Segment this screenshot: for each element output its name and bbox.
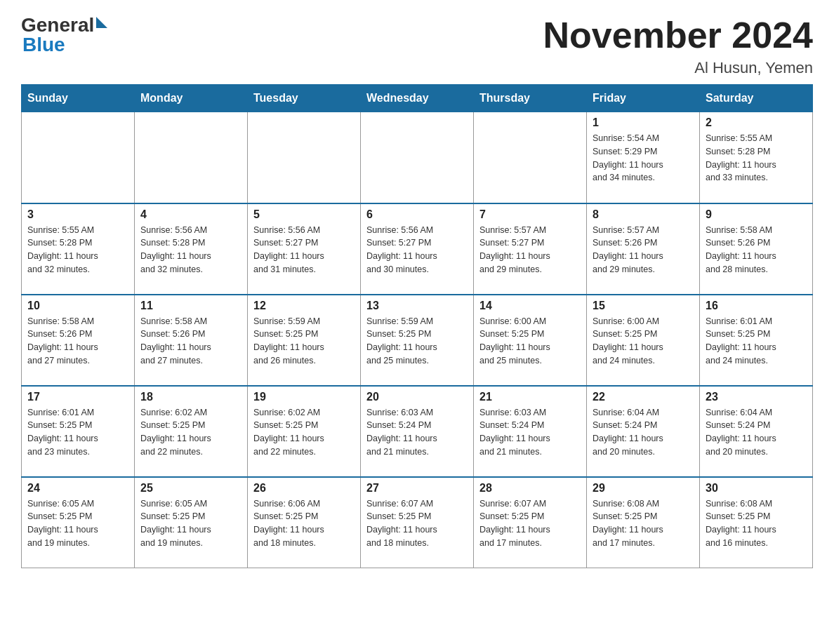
- logo: General Blue: [21, 14, 107, 56]
- day-info: Sunrise: 5:56 AMSunset: 5:28 PMDaylight:…: [140, 224, 241, 276]
- weekday-header-thursday: Thursday: [474, 85, 587, 112]
- calendar-day-cell: 4Sunrise: 5:56 AMSunset: 5:28 PMDaylight…: [135, 203, 248, 295]
- day-number: 25: [140, 482, 241, 495]
- day-info: Sunrise: 5:59 AMSunset: 5:25 PMDaylight:…: [366, 315, 468, 368]
- day-info: Sunrise: 6:05 AMSunset: 5:25 PMDaylight:…: [140, 497, 241, 550]
- day-info: Sunrise: 6:01 AMSunset: 5:25 PMDaylight:…: [706, 315, 807, 368]
- day-info: Sunrise: 6:01 AMSunset: 5:25 PMDaylight:…: [27, 406, 128, 459]
- calendar-day-cell: 23Sunrise: 6:04 AMSunset: 5:24 PMDayligh…: [700, 386, 813, 477]
- calendar-subtitle: Al Husun, Yemen: [543, 59, 813, 77]
- day-number: 15: [593, 300, 694, 312]
- calendar-day-cell: 7Sunrise: 5:57 AMSunset: 5:27 PMDaylight…: [474, 203, 587, 295]
- calendar-day-cell: 14Sunrise: 6:00 AMSunset: 5:25 PMDayligh…: [474, 295, 587, 386]
- day-number: 18: [140, 391, 241, 403]
- day-number: 8: [593, 208, 694, 221]
- day-number: 13: [366, 300, 468, 312]
- calendar-week-row: 24Sunrise: 6:05 AMSunset: 5:25 PMDayligh…: [22, 477, 813, 568]
- day-number: 11: [140, 300, 241, 312]
- calendar-day-cell: 2Sunrise: 5:55 AMSunset: 5:28 PMDaylight…: [700, 112, 813, 203]
- day-info: Sunrise: 6:04 AMSunset: 5:24 PMDaylight:…: [593, 406, 694, 459]
- calendar-day-cell: 27Sunrise: 6:07 AMSunset: 5:25 PMDayligh…: [361, 477, 474, 568]
- day-number: 17: [27, 391, 128, 403]
- day-info: Sunrise: 6:05 AMSunset: 5:25 PMDaylight:…: [27, 497, 128, 550]
- calendar-day-cell: 25Sunrise: 6:05 AMSunset: 5:25 PMDayligh…: [135, 477, 248, 568]
- weekday-header-tuesday: Tuesday: [248, 85, 361, 112]
- day-info: Sunrise: 6:07 AMSunset: 5:25 PMDaylight:…: [479, 497, 581, 550]
- calendar-day-cell: 1Sunrise: 5:54 AMSunset: 5:29 PMDaylight…: [587, 112, 700, 203]
- calendar-day-cell: [22, 112, 135, 203]
- calendar-day-cell: 22Sunrise: 6:04 AMSunset: 5:24 PMDayligh…: [587, 386, 700, 477]
- day-info: Sunrise: 5:58 AMSunset: 5:26 PMDaylight:…: [140, 315, 241, 368]
- day-info: Sunrise: 5:55 AMSunset: 5:28 PMDaylight:…: [27, 224, 128, 276]
- day-number: 16: [706, 300, 807, 312]
- weekday-header-sunday: Sunday: [22, 85, 135, 112]
- day-info: Sunrise: 6:02 AMSunset: 5:25 PMDaylight:…: [140, 406, 241, 459]
- day-number: 3: [27, 208, 128, 221]
- calendar-day-cell: 28Sunrise: 6:07 AMSunset: 5:25 PMDayligh…: [474, 477, 587, 568]
- day-number: 24: [27, 482, 128, 495]
- calendar-day-cell: 12Sunrise: 5:59 AMSunset: 5:25 PMDayligh…: [248, 295, 361, 386]
- calendar-week-row: 17Sunrise: 6:01 AMSunset: 5:25 PMDayligh…: [22, 386, 813, 477]
- calendar-day-cell: 9Sunrise: 5:58 AMSunset: 5:26 PMDaylight…: [700, 203, 813, 295]
- calendar-day-cell: 21Sunrise: 6:03 AMSunset: 5:24 PMDayligh…: [474, 386, 587, 477]
- day-number: 29: [593, 482, 694, 495]
- day-info: Sunrise: 5:58 AMSunset: 5:26 PMDaylight:…: [27, 315, 128, 368]
- calendar-day-cell: 6Sunrise: 5:56 AMSunset: 5:27 PMDaylight…: [361, 203, 474, 295]
- day-number: 2: [706, 116, 807, 129]
- day-number: 5: [253, 208, 355, 221]
- day-info: Sunrise: 5:57 AMSunset: 5:27 PMDaylight:…: [479, 224, 581, 276]
- day-number: 12: [253, 300, 355, 312]
- calendar-day-cell: [135, 112, 248, 203]
- day-number: 10: [27, 300, 128, 312]
- day-number: 23: [706, 391, 807, 403]
- day-info: Sunrise: 5:56 AMSunset: 5:27 PMDaylight:…: [366, 224, 468, 276]
- day-info: Sunrise: 6:06 AMSunset: 5:25 PMDaylight:…: [253, 497, 355, 550]
- day-number: 21: [479, 391, 581, 403]
- day-info: Sunrise: 5:59 AMSunset: 5:25 PMDaylight:…: [253, 315, 355, 368]
- day-number: 6: [366, 208, 468, 221]
- calendar-day-cell: [248, 112, 361, 203]
- day-number: 28: [479, 482, 581, 495]
- calendar-day-cell: 24Sunrise: 6:05 AMSunset: 5:25 PMDayligh…: [22, 477, 135, 568]
- calendar-day-cell: 29Sunrise: 6:08 AMSunset: 5:25 PMDayligh…: [587, 477, 700, 568]
- calendar-day-cell: [474, 112, 587, 203]
- day-info: Sunrise: 5:57 AMSunset: 5:26 PMDaylight:…: [593, 224, 694, 276]
- day-info: Sunrise: 6:03 AMSunset: 5:24 PMDaylight:…: [479, 406, 581, 459]
- calendar-day-cell: 10Sunrise: 5:58 AMSunset: 5:26 PMDayligh…: [22, 295, 135, 386]
- calendar-day-cell: [361, 112, 474, 203]
- page-header: General Blue November 2024 Al Husun, Yem…: [21, 14, 813, 77]
- calendar-week-row: 1Sunrise: 5:54 AMSunset: 5:29 PMDaylight…: [22, 112, 813, 203]
- title-area: November 2024 Al Husun, Yemen: [543, 14, 813, 77]
- weekday-header-row: SundayMondayTuesdayWednesdayThursdayFrid…: [22, 85, 813, 112]
- weekday-header-saturday: Saturday: [700, 85, 813, 112]
- calendar-day-cell: 11Sunrise: 5:58 AMSunset: 5:26 PMDayligh…: [135, 295, 248, 386]
- day-info: Sunrise: 6:04 AMSunset: 5:24 PMDaylight:…: [706, 406, 807, 459]
- day-number: 27: [366, 482, 468, 495]
- calendar-day-cell: 13Sunrise: 5:59 AMSunset: 5:25 PMDayligh…: [361, 295, 474, 386]
- calendar-week-row: 10Sunrise: 5:58 AMSunset: 5:26 PMDayligh…: [22, 295, 813, 386]
- logo-flag-icon: [96, 17, 107, 28]
- day-info: Sunrise: 6:07 AMSunset: 5:25 PMDaylight:…: [366, 497, 468, 550]
- calendar-day-cell: 19Sunrise: 6:02 AMSunset: 5:25 PMDayligh…: [248, 386, 361, 477]
- day-number: 19: [253, 391, 355, 403]
- calendar-table: SundayMondayTuesdayWednesdayThursdayFrid…: [21, 84, 813, 568]
- calendar-day-cell: 16Sunrise: 6:01 AMSunset: 5:25 PMDayligh…: [700, 295, 813, 386]
- calendar-day-cell: 30Sunrise: 6:08 AMSunset: 5:25 PMDayligh…: [700, 477, 813, 568]
- day-info: Sunrise: 6:03 AMSunset: 5:24 PMDaylight:…: [366, 406, 468, 459]
- day-number: 4: [140, 208, 241, 221]
- day-number: 7: [479, 208, 581, 221]
- day-number: 30: [706, 482, 807, 495]
- calendar-day-cell: 8Sunrise: 5:57 AMSunset: 5:26 PMDaylight…: [587, 203, 700, 295]
- day-info: Sunrise: 5:58 AMSunset: 5:26 PMDaylight:…: [706, 224, 807, 276]
- calendar-day-cell: 15Sunrise: 6:00 AMSunset: 5:25 PMDayligh…: [587, 295, 700, 386]
- calendar-day-cell: 5Sunrise: 5:56 AMSunset: 5:27 PMDaylight…: [248, 203, 361, 295]
- day-number: 20: [366, 391, 468, 403]
- calendar-day-cell: 3Sunrise: 5:55 AMSunset: 5:28 PMDaylight…: [22, 203, 135, 295]
- calendar-day-cell: 26Sunrise: 6:06 AMSunset: 5:25 PMDayligh…: [248, 477, 361, 568]
- day-info: Sunrise: 6:08 AMSunset: 5:25 PMDaylight:…: [706, 497, 807, 550]
- day-info: Sunrise: 5:54 AMSunset: 5:29 PMDaylight:…: [593, 132, 694, 185]
- calendar-title: November 2024: [543, 14, 813, 56]
- day-number: 14: [479, 300, 581, 312]
- day-info: Sunrise: 6:08 AMSunset: 5:25 PMDaylight:…: [593, 497, 694, 550]
- day-number: 1: [593, 116, 694, 129]
